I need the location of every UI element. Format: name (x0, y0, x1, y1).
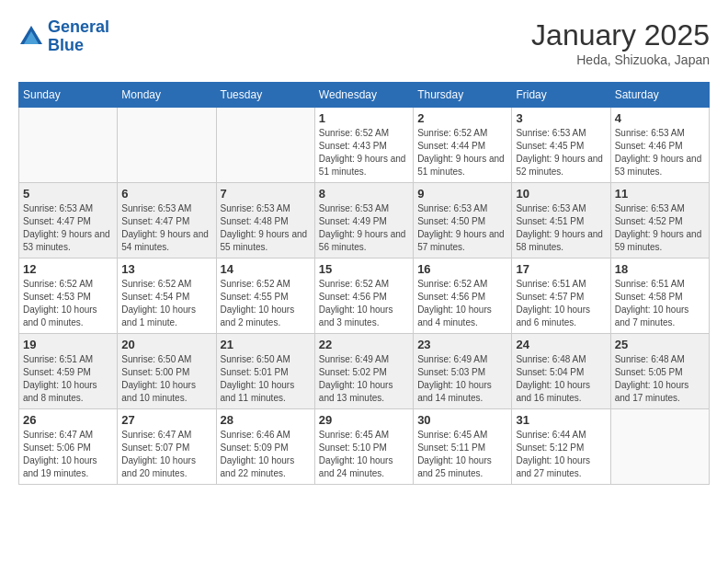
day-number: 30 (417, 413, 507, 427)
calendar-day-cell: 23Sunrise: 6:49 AM Sunset: 5:03 PM Dayli… (414, 334, 512, 409)
calendar-day-cell: 13Sunrise: 6:52 AM Sunset: 4:54 PM Dayli… (118, 259, 216, 334)
calendar-week-row: 1Sunrise: 6:52 AM Sunset: 4:43 PM Daylig… (19, 108, 710, 183)
day-info: Sunrise: 6:46 AM Sunset: 5:09 PM Dayligh… (221, 429, 311, 480)
day-info: Sunrise: 6:53 AM Sunset: 4:51 PM Dayligh… (516, 202, 606, 254)
day-info: Sunrise: 6:47 AM Sunset: 5:07 PM Dayligh… (121, 429, 211, 480)
location-subtitle: Heda, Shizuoka, Japan (531, 52, 710, 67)
day-number: 2 (417, 111, 507, 125)
calendar-day-cell: 5Sunrise: 6:53 AM Sunset: 4:47 PM Daylig… (19, 183, 118, 259)
day-info: Sunrise: 6:49 AM Sunset: 5:02 PM Dayligh… (319, 353, 409, 405)
calendar-day-cell: 11Sunrise: 6:53 AM Sunset: 4:52 PM Dayli… (610, 183, 709, 259)
weekday-header: Saturday (610, 83, 709, 108)
day-info: Sunrise: 6:48 AM Sunset: 5:04 PM Dayligh… (516, 353, 606, 405)
day-info: Sunrise: 6:49 AM Sunset: 5:03 PM Dayligh… (417, 353, 507, 405)
calendar-day-cell: 17Sunrise: 6:51 AM Sunset: 4:57 PM Dayli… (512, 259, 610, 334)
day-info: Sunrise: 6:53 AM Sunset: 4:47 PM Dayligh… (121, 202, 211, 254)
day-info: Sunrise: 6:45 AM Sunset: 5:11 PM Dayligh… (417, 429, 507, 480)
day-number: 16 (417, 262, 507, 276)
day-number: 5 (23, 187, 113, 201)
day-number: 22 (319, 338, 409, 351)
calendar-day-cell: 4Sunrise: 6:53 AM Sunset: 4:46 PM Daylig… (610, 108, 709, 183)
calendar-day-cell (19, 108, 118, 183)
calendar-week-row: 5Sunrise: 6:53 AM Sunset: 4:47 PM Daylig… (19, 183, 710, 259)
logo-text: General Blue (48, 18, 109, 55)
calendar-day-cell: 7Sunrise: 6:53 AM Sunset: 4:48 PM Daylig… (216, 183, 314, 259)
day-number: 20 (121, 338, 211, 351)
day-info: Sunrise: 6:50 AM Sunset: 5:01 PM Dayligh… (221, 353, 311, 405)
calendar-day-cell (118, 108, 216, 183)
day-number: 25 (615, 338, 705, 351)
day-number: 9 (417, 187, 507, 201)
day-info: Sunrise: 6:47 AM Sunset: 5:06 PM Dayligh… (23, 429, 113, 480)
calendar-day-cell: 19Sunrise: 6:51 AM Sunset: 4:59 PM Dayli… (19, 334, 118, 409)
weekday-header: Tuesday (216, 83, 314, 108)
calendar-day-cell: 30Sunrise: 6:45 AM Sunset: 5:11 PM Dayli… (414, 409, 512, 485)
calendar-week-row: 19Sunrise: 6:51 AM Sunset: 4:59 PM Dayli… (19, 334, 710, 409)
weekday-header: Wednesday (314, 83, 413, 108)
calendar-day-cell: 1Sunrise: 6:52 AM Sunset: 4:43 PM Daylig… (314, 108, 413, 183)
calendar-day-cell: 8Sunrise: 6:53 AM Sunset: 4:49 PM Daylig… (314, 183, 413, 259)
day-number: 3 (516, 111, 606, 125)
day-number: 11 (615, 187, 705, 201)
day-info: Sunrise: 6:51 AM Sunset: 4:58 PM Dayligh… (615, 278, 705, 329)
day-info: Sunrise: 6:52 AM Sunset: 4:43 PM Dayligh… (319, 127, 409, 178)
day-info: Sunrise: 6:53 AM Sunset: 4:50 PM Dayligh… (417, 202, 507, 254)
day-number: 15 (319, 262, 409, 276)
calendar-day-cell: 24Sunrise: 6:48 AM Sunset: 5:04 PM Dayli… (512, 334, 610, 409)
day-info: Sunrise: 6:44 AM Sunset: 5:12 PM Dayligh… (516, 429, 606, 480)
day-info: Sunrise: 6:53 AM Sunset: 4:45 PM Dayligh… (516, 127, 606, 178)
weekday-header: Friday (512, 83, 610, 108)
day-number: 19 (23, 338, 113, 351)
day-number: 4 (615, 111, 705, 125)
weekday-header: Sunday (19, 83, 118, 108)
calendar-week-row: 12Sunrise: 6:52 AM Sunset: 4:53 PM Dayli… (19, 259, 710, 334)
logo-line1: General (48, 17, 109, 36)
calendar-day-cell (610, 409, 709, 485)
day-number: 26 (23, 413, 113, 427)
calendar-day-cell: 12Sunrise: 6:52 AM Sunset: 4:53 PM Dayli… (19, 259, 118, 334)
logo-line2: Blue (48, 36, 84, 54)
calendar-day-cell: 18Sunrise: 6:51 AM Sunset: 4:58 PM Dayli… (610, 259, 709, 334)
day-info: Sunrise: 6:53 AM Sunset: 4:49 PM Dayligh… (319, 202, 409, 254)
calendar-day-cell: 16Sunrise: 6:52 AM Sunset: 4:56 PM Dayli… (414, 259, 512, 334)
day-number: 28 (221, 413, 311, 427)
calendar-day-cell: 31Sunrise: 6:44 AM Sunset: 5:12 PM Dayli… (512, 409, 610, 485)
day-number: 12 (23, 262, 113, 276)
day-info: Sunrise: 6:52 AM Sunset: 4:54 PM Dayligh… (121, 278, 211, 329)
day-number: 18 (615, 262, 705, 276)
day-info: Sunrise: 6:52 AM Sunset: 4:56 PM Dayligh… (319, 278, 409, 329)
day-number: 6 (121, 187, 211, 201)
day-info: Sunrise: 6:48 AM Sunset: 5:05 PM Dayligh… (615, 353, 705, 405)
title-block: January 2025 Heda, Shizuoka, Japan (531, 18, 710, 67)
calendar-day-cell: 28Sunrise: 6:46 AM Sunset: 5:09 PM Dayli… (216, 409, 314, 485)
day-number: 24 (516, 338, 606, 351)
day-number: 1 (319, 111, 409, 125)
calendar-day-cell: 21Sunrise: 6:50 AM Sunset: 5:01 PM Dayli… (216, 334, 314, 409)
day-info: Sunrise: 6:50 AM Sunset: 5:00 PM Dayligh… (121, 353, 211, 405)
day-info: Sunrise: 6:51 AM Sunset: 4:57 PM Dayligh… (516, 278, 606, 329)
calendar-day-cell: 20Sunrise: 6:50 AM Sunset: 5:00 PM Dayli… (118, 334, 216, 409)
day-info: Sunrise: 6:45 AM Sunset: 5:10 PM Dayligh… (319, 429, 409, 480)
day-info: Sunrise: 6:52 AM Sunset: 4:55 PM Dayligh… (221, 278, 311, 329)
weekday-header: Thursday (414, 83, 512, 108)
calendar-day-cell: 9Sunrise: 6:53 AM Sunset: 4:50 PM Daylig… (414, 183, 512, 259)
day-info: Sunrise: 6:53 AM Sunset: 4:48 PM Dayligh… (221, 202, 311, 254)
day-number: 7 (221, 187, 311, 201)
day-number: 21 (221, 338, 311, 351)
calendar-day-cell: 26Sunrise: 6:47 AM Sunset: 5:06 PM Dayli… (19, 409, 118, 485)
month-title: January 2025 (531, 18, 710, 52)
calendar-week-row: 26Sunrise: 6:47 AM Sunset: 5:06 PM Dayli… (19, 409, 710, 485)
calendar-header-row: SundayMondayTuesdayWednesdayThursdayFrid… (19, 83, 710, 108)
calendar-day-cell: 22Sunrise: 6:49 AM Sunset: 5:02 PM Dayli… (314, 334, 413, 409)
weekday-header: Monday (118, 83, 216, 108)
day-number: 23 (417, 338, 507, 351)
calendar-day-cell: 29Sunrise: 6:45 AM Sunset: 5:10 PM Dayli… (314, 409, 413, 485)
day-info: Sunrise: 6:53 AM Sunset: 4:47 PM Dayligh… (23, 202, 113, 254)
day-info: Sunrise: 6:52 AM Sunset: 4:56 PM Dayligh… (417, 278, 507, 329)
calendar-day-cell: 15Sunrise: 6:52 AM Sunset: 4:56 PM Dayli… (314, 259, 413, 334)
day-number: 13 (121, 262, 211, 276)
day-info: Sunrise: 6:52 AM Sunset: 4:44 PM Dayligh… (417, 127, 507, 178)
calendar-day-cell: 10Sunrise: 6:53 AM Sunset: 4:51 PM Dayli… (512, 183, 610, 259)
calendar-day-cell: 14Sunrise: 6:52 AM Sunset: 4:55 PM Dayli… (216, 259, 314, 334)
calendar-table: SundayMondayTuesdayWednesdayThursdayFrid… (18, 82, 710, 485)
